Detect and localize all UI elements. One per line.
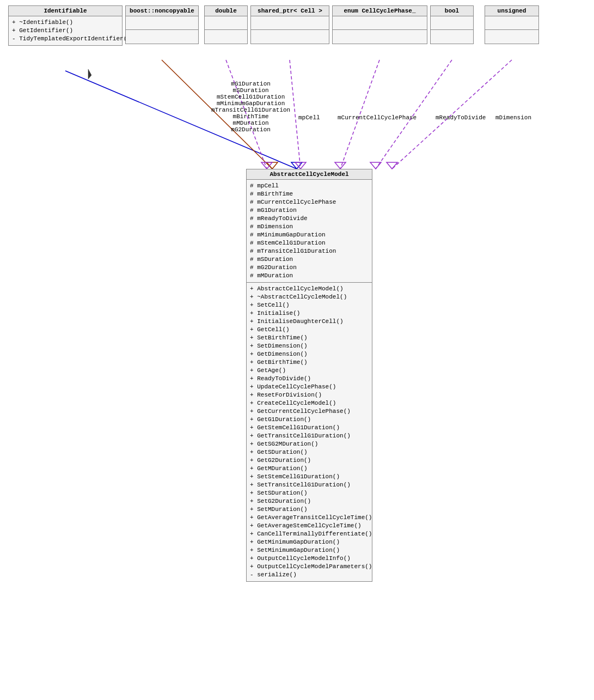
shared-ptr-section1 <box>251 16 329 30</box>
unsigned-section1 <box>485 16 538 30</box>
abstract-fields: # mpCell # mBirthTime # mCurrentCellCycl… <box>247 180 372 283</box>
double-title: double <box>205 6 247 16</box>
double-section2 <box>205 30 247 44</box>
boost-noncopyable-box: boost::noncopyable <box>125 5 199 44</box>
shared-ptr-title: shared_ptr< Cell > <box>251 6 329 16</box>
boost-title: boost::noncopyable <box>126 6 198 16</box>
bool-section1 <box>431 16 473 30</box>
enum-section1 <box>333 16 427 30</box>
shared-ptr-section2 <box>251 30 329 44</box>
svg-marker-1 <box>291 162 302 169</box>
svg-marker-7 <box>295 162 306 169</box>
double-section1 <box>205 16 247 30</box>
double-box: double <box>204 5 248 44</box>
abstract-methods: + AbstractCellCycleModel() + ~AbstractCe… <box>247 283 372 581</box>
identifiable-title: Identifiable <box>9 6 122 16</box>
bool-section2 <box>431 30 473 44</box>
unsigned-title: unsigned <box>485 6 538 16</box>
shared-ptr-box: shared_ptr< Cell > <box>250 5 329 44</box>
bool-title: bool <box>431 6 473 16</box>
bool-box: bool <box>430 5 474 44</box>
svg-marker-11 <box>370 162 381 169</box>
enum-title: enum CellCyclePhase_ <box>333 6 427 16</box>
svg-marker-13 <box>387 162 397 169</box>
mReadyToDivide-label: mReadyToDivide <box>436 114 486 121</box>
boost-section2 <box>126 30 198 44</box>
svg-marker-9 <box>335 162 346 169</box>
mCurrentCellCyclePhase-label: mCurrentCellCyclePhase <box>338 114 417 121</box>
svg-marker-14 <box>88 69 91 79</box>
mDimension-label: mDimension <box>495 114 531 121</box>
boost-section1 <box>126 16 198 30</box>
mpCell-label: mpCell <box>298 114 320 121</box>
identifiable-methods: + ~Identifiable() + GetIdentifier() - Ti… <box>9 16 122 45</box>
unsigned-box: unsigned <box>485 5 539 44</box>
double-field-labels: mG1Duration mSDuration mStemCellG1Durati… <box>211 81 290 133</box>
enum-box: enum CellCyclePhase_ <box>332 5 427 44</box>
unsigned-section2 <box>485 30 538 44</box>
svg-marker-3 <box>267 162 278 169</box>
identifiable-box: Identifiable + ~Identifiable() + GetIden… <box>8 5 123 46</box>
abstract-title: AbstractCellCycleModel <box>247 169 372 180</box>
abstract-box: AbstractCellCycleModel # mpCell # mBirth… <box>246 169 372 582</box>
enum-section2 <box>333 30 427 44</box>
svg-marker-5 <box>261 162 272 169</box>
diagram-container: Identifiable + ~Identifiable() + GetIden… <box>0 0 594 700</box>
